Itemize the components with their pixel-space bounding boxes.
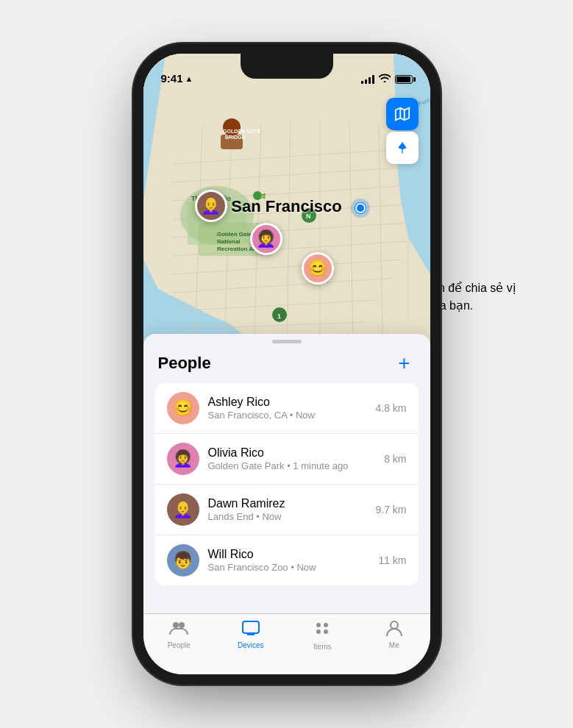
will-rico-distance: 11 km [378, 554, 406, 566]
olivia-rico-avatar: 👩‍🦱 [167, 443, 199, 475]
ashley-rico-info: Ashley Rico San Francisco, CA • Now [208, 396, 376, 421]
svg-text:BRIDGE: BRIDGE [225, 135, 246, 140]
svg-text:GOLDEN GATE: GOLDEN GATE [223, 129, 260, 134]
add-person-button[interactable]: + [394, 352, 416, 374]
ashley-rico-avatar: 😊 [167, 392, 199, 424]
olivia-rico-info: Olivia Rico Golden Gate Park • 1 minute … [208, 446, 385, 471]
wifi-icon [379, 74, 391, 85]
dawn-ramirez-item[interactable]: 👩‍🦲 Dawn Ramirez Lands End • Now 9.7 km [155, 485, 419, 535]
me-tab-icon [385, 620, 404, 639]
bottom-sheet: People + 😊 Ashley Rico San Francisco, CA… [143, 334, 430, 613]
svg-point-48 [179, 622, 185, 628]
svg-point-52 [316, 623, 321, 627]
tab-people[interactable]: People [143, 620, 216, 649]
map-city-label: San Francisco [231, 197, 341, 216]
dawn-ramirez-avatar: 👩‍🦲 [167, 493, 199, 526]
ashley-rico-distance: 4.8 km [375, 402, 406, 414]
battery-icon [395, 75, 413, 84]
phone-frame: 9:41 ▲ [143, 54, 430, 674]
items-tab-icon [313, 620, 332, 640]
ashley-rico-item[interactable]: 😊 Ashley Rico San Francisco, CA • Now 4.… [155, 383, 419, 434]
ashley-rico-pin[interactable]: 😊 [302, 252, 334, 285]
olivia-rico-distance: 8 km [384, 453, 406, 465]
annotation-text: Chạm để chia sẻ vị trí của bạn. [413, 279, 552, 315]
svg-point-41 [357, 204, 364, 212]
people-title: People [158, 354, 211, 373]
will-rico-avatar: 👦 [167, 544, 199, 577]
tab-devices[interactable]: Devices [215, 620, 287, 649]
signal-bars-icon [361, 75, 374, 84]
status-time: 9:41 ▲ [161, 72, 193, 85]
dawn-ramirez-info: Dawn Ramirez Lands End • Now [208, 497, 376, 522]
devices-tab-icon [241, 620, 260, 639]
will-rico-name: Will Rico [208, 548, 379, 561]
sheet-header: People + [143, 343, 430, 380]
dawn-ramirez-name: Dawn Ramirez [208, 497, 376, 510]
olivia-rico-name: Olivia Rico [208, 446, 385, 460]
svg-text:1: 1 [277, 313, 281, 320]
svg-point-56 [391, 621, 398, 629]
devices-tab-label: Devices [238, 641, 264, 649]
people-list: 😊 Ashley Rico San Francisco, CA • Now 4.… [155, 383, 419, 585]
annotation: Chạm để chia sẻ vị trí của bạn. [413, 279, 552, 315]
svg-point-54 [316, 629, 321, 634]
tab-items[interactable]: Items [287, 620, 359, 651]
svg-point-53 [324, 623, 328, 627]
items-tab-label: Items [313, 643, 331, 651]
people-tab-label: People [168, 641, 191, 649]
ashley-rico-location: San Francisco, CA • Now [208, 410, 376, 421]
olivia-rico-item[interactable]: 👩‍🦱 Olivia Rico Golden Gate Park • 1 min… [155, 434, 419, 485]
will-rico-info: Will Rico San Francisco Zoo • Now [208, 548, 379, 573]
svg-rect-49 [243, 621, 259, 633]
dawn-ramirez-location: Lands End • Now [208, 511, 376, 522]
dawn-ramirez-distance: 9.7 km [375, 504, 406, 515]
svg-point-47 [173, 622, 179, 628]
will-rico-location: San Francisco Zoo • Now [208, 562, 379, 573]
tab-bar: People Devices [143, 613, 430, 674]
map-view-button[interactable] [386, 98, 419, 130]
svg-text:National: National [217, 238, 241, 245]
olivia-rico-pin[interactable]: 👩‍🦱 [250, 223, 282, 255]
status-icons [361, 74, 413, 85]
ashley-rico-name: Ashley Rico [208, 396, 376, 409]
olivia-rico-location: Golden Gate Park • 1 minute ago [208, 460, 385, 471]
notch [241, 54, 333, 79]
map-controls [386, 98, 419, 164]
svg-text:Golden Gate: Golden Gate [217, 231, 252, 238]
will-rico-item[interactable]: 👦 Will Rico San Francisco Zoo • Now 11 k… [155, 535, 419, 585]
tab-me[interactable]: Me [358, 620, 430, 649]
dawn-ramirez-pin[interactable]: 👩‍🦲 [195, 190, 227, 222]
location-button[interactable] [386, 132, 419, 164]
people-tab-icon [169, 620, 188, 639]
svg-point-55 [324, 629, 328, 634]
me-tab-label: Me [389, 641, 399, 649]
